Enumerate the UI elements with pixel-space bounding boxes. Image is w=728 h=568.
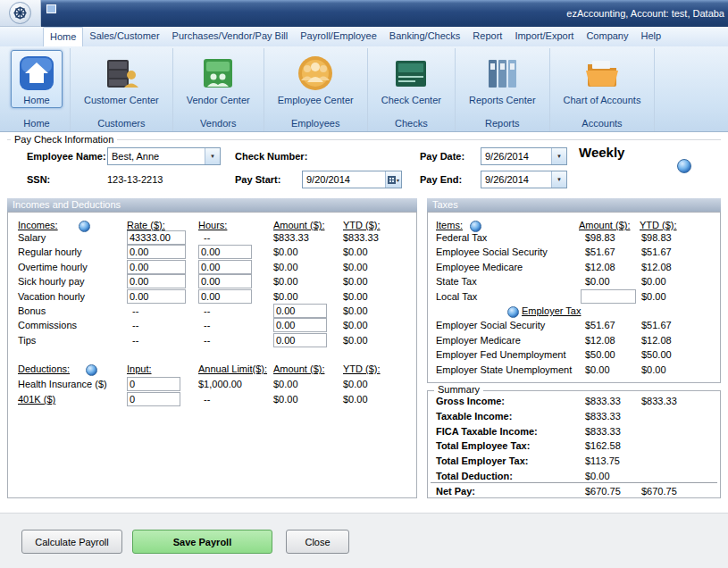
- amount-input-commissions[interactable]: [273, 318, 327, 332]
- help-globe-icon[interactable]: [677, 159, 691, 173]
- tax-amount-value: $12.08: [585, 262, 615, 273]
- employee-name-select[interactable]: Best, Anne ▼: [107, 147, 221, 165]
- calendar-picker-icon[interactable]: ▾: [385, 171, 401, 188]
- calculate-payroll-button[interactable]: Calculate Payroll: [21, 530, 122, 554]
- deduction-input-401k[interactable]: [127, 392, 180, 406]
- amount-value: $0.00: [273, 394, 298, 405]
- toolbar-group-caption: Checks: [395, 116, 428, 131]
- tax-ytd-value: $98.83: [641, 232, 672, 244]
- dropdown-arrow-icon[interactable]: ▼: [551, 148, 566, 164]
- ytd-value: $833.33: [343, 232, 379, 244]
- ytd-value: $0.00: [343, 291, 368, 303]
- window-title: ezAccounting, Account: test, Databa: [566, 8, 724, 19]
- toolbar-button-vendor-center[interactable]: Vendor Center: [180, 50, 256, 108]
- menu-tab-sales-customer[interactable]: Sales/Customer: [83, 27, 165, 46]
- col-header-deductions: Deductions:: [18, 363, 70, 375]
- tax-ytd-value: $0.00: [641, 276, 666, 288]
- dropdown-arrow-icon: ▾: [397, 177, 399, 183]
- tax-ytd-value: $0.00: [641, 291, 666, 303]
- app-menu-button[interactable]: [9, 2, 31, 24]
- check-number-input[interactable]: [314, 149, 404, 163]
- dropdown-arrow-icon[interactable]: ▼: [551, 171, 566, 188]
- deduction-input-health-insurance[interactable]: [127, 377, 180, 391]
- ssn-label: SSN:: [27, 174, 50, 185]
- hours-input-sick-hourly-pay[interactable]: [198, 274, 252, 288]
- tax-amount-value: $51.67: [585, 246, 615, 258]
- hours-value: --: [204, 232, 210, 244]
- summary-ytd-value: $833.33: [641, 396, 677, 407]
- income-row-label: Tips: [18, 335, 36, 347]
- hours-input-vacation-hourly[interactable]: [198, 289, 252, 304]
- toolbar-group-employees: Employee CenterEmployees: [264, 48, 368, 131]
- pay-date-label: Pay Date:: [420, 151, 464, 162]
- toolbar-button-customer-center[interactable]: Customer Center: [78, 50, 165, 108]
- ytd-value: $0.00: [343, 320, 368, 331]
- toolbar-button-employee-center[interactable]: Employee Center: [272, 50, 360, 108]
- menu-tab-help[interactable]: Help: [634, 27, 667, 46]
- toolbar-button-chart-of-accounts[interactable]: Chart of Accounts: [557, 50, 648, 108]
- tax-ytd-value: $0.00: [641, 364, 666, 376]
- menu-tab-purchases-vendor-pay-bill[interactable]: Purchases/Vendor/Pay Bill: [166, 27, 295, 46]
- summary-row-label: Total Employer Tax:: [436, 455, 529, 467]
- dropdown-arrow-icon[interactable]: ▼: [205, 148, 220, 164]
- annual-limit-value: $1,000.00: [198, 379, 242, 390]
- toolbar-button-check-center[interactable]: Check Center: [375, 50, 448, 108]
- toolbar-group-accounts: Chart of AccountsAccounts: [550, 48, 656, 131]
- help-globe-icon[interactable]: [86, 364, 97, 376]
- close-button[interactable]: Close: [286, 530, 349, 554]
- rate-value: --: [132, 305, 138, 317]
- amount-input-tips[interactable]: [273, 333, 327, 347]
- menu-bar: HomeSales/CustomerPurchases/Vendor/Pay B…: [0, 27, 728, 46]
- chart-of-accounts-icon: [582, 54, 622, 93]
- help-globe-icon[interactable]: [507, 306, 519, 318]
- hours-input-regular-hourly[interactable]: [198, 245, 252, 259]
- income-row-label: Vacation hourly: [18, 291, 85, 303]
- menu-tab-payroll-employee[interactable]: Payroll/Employee: [294, 27, 383, 46]
- menu-tab-company[interactable]: Company: [580, 27, 634, 46]
- amount-input-bonus[interactable]: [273, 304, 327, 318]
- toolbar-button-label: Home: [23, 95, 49, 105]
- ytd-value: $0.00: [343, 305, 368, 317]
- summary-row-label: Total Deduction:: [436, 471, 513, 482]
- vendor-center-icon: [198, 54, 238, 93]
- local-tax-input[interactable]: [581, 289, 636, 304]
- pay-end-select[interactable]: 9/26/2014 ▼: [481, 171, 567, 188]
- tax-ytd-value: $12.08: [641, 262, 672, 273]
- rate-input-regular-hourly[interactable]: [127, 245, 186, 259]
- annual-limit-value: --: [204, 394, 210, 405]
- customer-center-icon: [102, 54, 141, 93]
- pay-start-field[interactable]: 9/20/2014 ▾: [302, 171, 402, 188]
- help-globe-icon[interactable]: [79, 221, 90, 232]
- menu-tab-import-export[interactable]: Import/Export: [508, 27, 580, 46]
- employee-name-label: Employee Name:: [27, 151, 106, 162]
- menu-tab-banking-checks[interactable]: Banking/Checks: [383, 27, 467, 46]
- tax-amount-value: $98.83: [585, 232, 615, 244]
- toolbar-group-home: HomeHome: [4, 48, 71, 131]
- toolbar-button-home[interactable]: Home: [11, 50, 63, 108]
- toolbar-group-checks: Check CenterChecks: [368, 48, 456, 131]
- rate-value: --: [132, 320, 138, 331]
- toolbar-group-reports: Reports CenterReports: [456, 48, 550, 131]
- menu-tab-home[interactable]: Home: [43, 27, 83, 46]
- deduction-row-label[interactable]: 401K ($): [18, 394, 55, 405]
- summary-amount-value: $0.00: [585, 471, 610, 482]
- rate-input-overtime-hourly[interactable]: [127, 260, 186, 274]
- save-payroll-button[interactable]: Save Payroll: [132, 530, 272, 554]
- pay-date-select[interactable]: 9/26/2014 ▼: [481, 147, 567, 165]
- hours-value: --: [204, 305, 210, 317]
- rate-input-vacation-hourly[interactable]: [127, 289, 186, 304]
- calendar-grid-icon: [388, 176, 396, 184]
- rate-input-salary[interactable]: [127, 230, 186, 245]
- income-row-label: Regular hourly: [18, 246, 82, 258]
- help-globe-icon[interactable]: [470, 221, 481, 232]
- menu-tab-report[interactable]: Report: [466, 27, 508, 46]
- summary-row-label: Total Employee Tax:: [436, 440, 530, 452]
- income-row-label: Commissions: [18, 320, 77, 331]
- hours-input-overtime-hourly[interactable]: [198, 260, 252, 274]
- tax-row-label: Employee Medicare: [436, 262, 523, 273]
- toolbar-button-label: Employee Center: [278, 95, 354, 105]
- amount-value: $0.00: [273, 246, 298, 258]
- col-header-amount: Amount ($):: [273, 220, 324, 231]
- toolbar-button-reports-center[interactable]: Reports Center: [463, 50, 542, 108]
- rate-input-sick-hourly-pay[interactable]: [127, 274, 186, 288]
